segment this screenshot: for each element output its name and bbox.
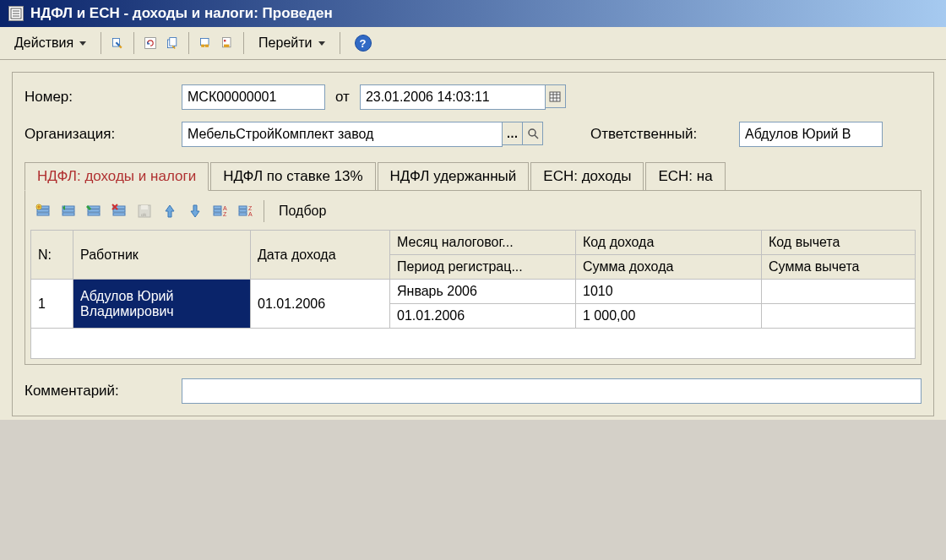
col-deduct-code[interactable]: Код вычета bbox=[762, 231, 916, 255]
cell-income-sum[interactable]: 1 000,00 bbox=[576, 304, 762, 329]
edit-row-icon[interactable] bbox=[83, 200, 105, 222]
col-num[interactable]: N: bbox=[31, 231, 73, 280]
col-employee[interactable]: Работник bbox=[73, 231, 251, 280]
svg-text:A: A bbox=[248, 211, 253, 217]
svg-rect-35 bbox=[141, 205, 148, 209]
col-reg-period[interactable]: Период регистрац... bbox=[390, 255, 576, 280]
svg-rect-26 bbox=[63, 209, 74, 212]
svg-rect-13 bbox=[224, 45, 229, 47]
svg-rect-23 bbox=[37, 213, 49, 215]
cell-num[interactable]: 1 bbox=[31, 280, 73, 329]
svg-rect-32 bbox=[113, 209, 125, 212]
sort-asc-icon[interactable]: AZ bbox=[209, 200, 231, 222]
window-title: НДФЛ и ЕСН - доходы и налоги: Проведен bbox=[30, 5, 333, 22]
refresh-icon[interactable] bbox=[141, 34, 160, 52]
move-up-icon[interactable] bbox=[159, 200, 181, 222]
svg-rect-8 bbox=[201, 38, 209, 45]
col-income-code[interactable]: Код дохода bbox=[576, 231, 762, 255]
svg-rect-10 bbox=[205, 45, 209, 47]
copy-icon[interactable] bbox=[163, 34, 182, 52]
col-income-sum[interactable]: Сумма дохода bbox=[576, 255, 762, 280]
cell-deduct-sum[interactable] bbox=[762, 304, 916, 329]
cell-reg-period[interactable]: 01.01.2006 bbox=[390, 304, 576, 329]
svg-rect-30 bbox=[88, 213, 100, 215]
svg-rect-14 bbox=[550, 92, 560, 101]
move-down-icon[interactable] bbox=[184, 200, 206, 222]
svg-rect-37 bbox=[214, 206, 221, 209]
svg-text:Z: Z bbox=[248, 205, 253, 211]
tab-esn-income[interactable]: ЕСН: доходы bbox=[530, 162, 644, 190]
number-input[interactable] bbox=[182, 84, 325, 110]
titlebar: НДФЛ и ЕСН - доходы и налоги: Проведен bbox=[0, 0, 946, 27]
tab-ndfl-withheld[interactable]: НДФЛ удержанный bbox=[378, 162, 530, 190]
svg-rect-42 bbox=[239, 206, 247, 209]
svg-rect-38 bbox=[214, 209, 221, 212]
main-toolbar: Действия Перейти ? bbox=[0, 27, 946, 60]
register-icon[interactable] bbox=[196, 34, 215, 52]
insert-row-icon[interactable] bbox=[57, 200, 79, 222]
responsible-input[interactable] bbox=[739, 122, 883, 147]
cell-income-date[interactable]: 01.01.2006 bbox=[251, 280, 390, 329]
separator bbox=[243, 32, 244, 54]
content-area: Номер: от Организация: … Ответственный: … bbox=[0, 60, 946, 420]
table-empty-area bbox=[30, 329, 916, 359]
app-icon bbox=[8, 6, 24, 21]
col-income-date[interactable]: Дата дохода bbox=[251, 231, 390, 280]
svg-rect-43 bbox=[239, 209, 247, 212]
org-search-button[interactable] bbox=[523, 122, 543, 145]
org-ellipsis-button[interactable]: … bbox=[503, 122, 523, 145]
number-row: Номер: от bbox=[24, 84, 922, 110]
tab-esn-tax[interactable]: ЕСН: на bbox=[645, 162, 725, 190]
report-icon[interactable] bbox=[218, 34, 236, 52]
svg-rect-9 bbox=[201, 45, 204, 47]
svg-point-19 bbox=[529, 129, 536, 136]
cell-employee[interactable]: Абдулов Юрий Владимирович bbox=[73, 280, 251, 329]
svg-rect-39 bbox=[214, 213, 221, 215]
col-deduct-sum[interactable]: Сумма вычета bbox=[762, 255, 916, 280]
comment-input[interactable] bbox=[182, 378, 922, 404]
separator bbox=[188, 32, 189, 54]
tabs: НДФЛ: доходы и налоги НДФЛ по ставке 13%… bbox=[24, 162, 922, 190]
svg-text:ok: ok bbox=[141, 212, 147, 217]
svg-line-20 bbox=[535, 135, 538, 139]
table-row[interactable]: 1 Абдулов Юрий Владимирович 01.01.2006 Я… bbox=[31, 280, 916, 304]
svg-rect-44 bbox=[239, 213, 247, 215]
sort-desc-icon[interactable]: ZA bbox=[235, 200, 257, 222]
svg-text:A: A bbox=[223, 205, 227, 211]
date-input[interactable] bbox=[360, 84, 546, 110]
tab-ndfl-income[interactable]: НДФЛ: доходы и налоги bbox=[24, 162, 209, 191]
org-row: Организация: … Ответственный: bbox=[24, 122, 922, 147]
org-input[interactable] bbox=[182, 122, 503, 147]
svg-rect-33 bbox=[113, 213, 125, 215]
header-row-1: N: Работник Дата дохода Месяц налоговог.… bbox=[31, 231, 916, 255]
delete-row-icon[interactable] bbox=[108, 200, 130, 222]
tab-content: ok AZ ZA Подбор N: Работник bbox=[24, 190, 922, 365]
help-icon: ? bbox=[355, 35, 372, 52]
svg-rect-5 bbox=[145, 38, 156, 49]
separator bbox=[101, 32, 101, 54]
separator bbox=[264, 200, 264, 222]
goto-button[interactable]: Перейти bbox=[251, 31, 332, 55]
actions-button[interactable]: Действия bbox=[7, 31, 94, 55]
cell-tax-month[interactable]: Январь 2006 bbox=[390, 280, 576, 304]
cell-deduct-code[interactable] bbox=[762, 280, 916, 304]
calendar-button[interactable] bbox=[546, 84, 566, 108]
cell-income-code[interactable]: 1010 bbox=[576, 280, 762, 304]
separator bbox=[340, 32, 340, 54]
responsible-label: Ответственный: bbox=[590, 126, 734, 143]
table-toolbar: ok AZ ZA Подбор bbox=[30, 196, 916, 226]
col-tax-month[interactable]: Месяц налоговог... bbox=[390, 231, 576, 255]
svg-rect-12 bbox=[224, 40, 226, 41]
help-button[interactable]: ? bbox=[347, 30, 379, 56]
post-icon[interactable] bbox=[108, 34, 127, 52]
tab-ndfl-13[interactable]: НДФЛ по ставке 13% bbox=[210, 162, 375, 190]
comment-label: Комментарий: bbox=[24, 383, 177, 400]
add-row-icon[interactable] bbox=[32, 200, 54, 222]
svg-rect-7 bbox=[170, 38, 177, 46]
svg-rect-27 bbox=[63, 213, 74, 215]
data-table: N: Работник Дата дохода Месяц налоговог.… bbox=[30, 230, 916, 329]
calendar-icon bbox=[549, 90, 561, 102]
comment-row: Комментарий: bbox=[24, 378, 922, 404]
svg-text:Z: Z bbox=[223, 211, 227, 217]
select-button[interactable]: Подбор bbox=[271, 199, 334, 223]
